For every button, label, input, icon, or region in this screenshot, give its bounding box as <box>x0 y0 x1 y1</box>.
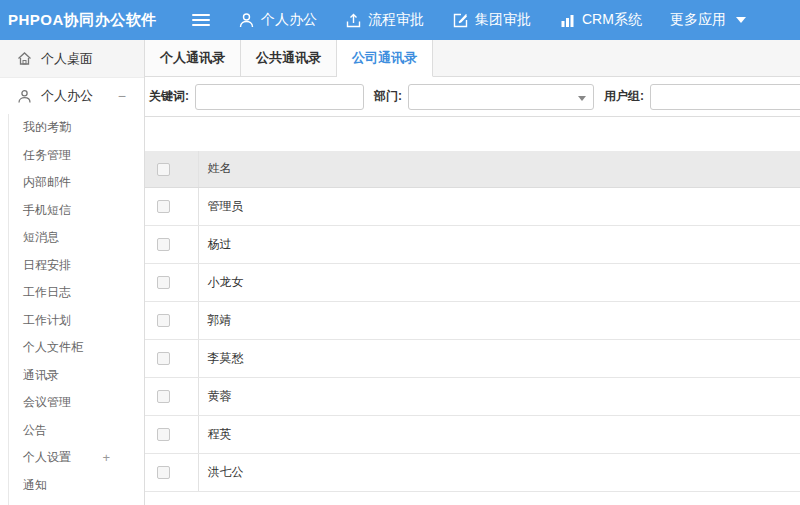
row-checkbox[interactable] <box>157 352 170 365</box>
sidebar-item-personal-settings[interactable]: 个人设置+ <box>9 444 144 472</box>
sidebar-item-memorabilia[interactable]: 大事记 <box>9 499 144 505</box>
nav-label: 个人办公 <box>261 11 317 29</box>
caret-down-icon <box>736 17 746 23</box>
sidebar-item-label: 工作日志 <box>23 285 71 299</box>
nav-item-crm[interactable]: CRM系统 <box>559 11 642 29</box>
nav-label: 集团审批 <box>475 11 531 29</box>
nav-item-workflow-approval[interactable]: 流程审批 <box>345 11 424 29</box>
sidebar-item-work-plan[interactable]: 工作计划 <box>9 307 144 335</box>
checkbox-cell <box>145 377 198 415</box>
user-icon <box>17 89 32 104</box>
row-checkbox[interactable] <box>157 428 170 441</box>
name-cell: 程英 <box>198 415 800 453</box>
sidebar-item-label: 公告 <box>23 423 47 437</box>
nav-item-more-apps[interactable]: 更多应用 <box>670 11 746 29</box>
name-cell: 李莫愁 <box>198 339 800 377</box>
sidebar-item-file-cabinet[interactable]: 个人文件柜 <box>9 334 144 362</box>
sidebar-item-label: 短消息 <box>23 230 59 244</box>
checkbox-cell <box>145 415 198 453</box>
sidebar-item-label: 会议管理 <box>23 395 71 409</box>
sidebar-item-internal-mail[interactable]: 内部邮件 <box>9 169 144 197</box>
app-title: PHPOA协同办公软件 <box>0 11 192 30</box>
sidebar-item-label: 内部邮件 <box>23 175 71 189</box>
usergroup-label: 用户组: <box>604 88 644 105</box>
spacer <box>145 117 800 151</box>
collapse-icon[interactable]: − <box>118 88 126 104</box>
row-checkbox[interactable] <box>157 276 170 289</box>
table-row: 李莫愁 <box>145 339 800 377</box>
home-icon <box>17 51 32 66</box>
expand-icon[interactable]: + <box>102 444 110 472</box>
name-cell: 杨过 <box>198 225 800 263</box>
caret-down-icon <box>578 96 586 101</box>
checkbox-cell <box>145 453 198 491</box>
row-checkbox[interactable] <box>157 390 170 403</box>
table-header-row: 姓名 <box>145 151 800 187</box>
nav-item-personal-office[interactable]: 个人办公 <box>238 11 317 29</box>
checkbox-cell <box>145 263 198 301</box>
table-row: 管理员 <box>145 187 800 225</box>
table-row: 杨过 <box>145 225 800 263</box>
table-row: 程英 <box>145 415 800 453</box>
table-row: 黄蓉 <box>145 377 800 415</box>
sidebar-item-label: 个人设置 <box>23 450 71 464</box>
checkbox-cell <box>145 225 198 263</box>
sidebar-item-announcements[interactable]: 公告 <box>9 417 144 445</box>
select-all-cell <box>145 151 198 187</box>
filter-panel: 关键词: 部门: 用户组: <box>145 77 800 117</box>
sidebar-group-personal-office[interactable]: 个人办公 − <box>0 82 144 110</box>
hamburger-menu-icon[interactable] <box>192 11 210 29</box>
name-cell: 小龙女 <box>198 263 800 301</box>
usergroup-input[interactable] <box>650 84 800 110</box>
row-checkbox[interactable] <box>157 466 170 479</box>
nav-label: 更多应用 <box>670 11 726 29</box>
sidebar-item-label: 日程安排 <box>23 258 71 272</box>
column-header-name: 姓名 <box>198 151 800 187</box>
checkbox-cell <box>145 339 198 377</box>
name-cell: 洪七公 <box>198 453 800 491</box>
tab-company-contacts[interactable]: 公司通讯录 <box>337 40 433 77</box>
department-select[interactable] <box>408 84 594 110</box>
name-cell: 管理员 <box>198 187 800 225</box>
user-icon <box>238 12 255 29</box>
sidebar-item-contacts[interactable]: 通讯录 <box>9 362 144 390</box>
sidebar-item-label: 工作计划 <box>23 313 71 327</box>
sidebar-item-tasks[interactable]: 任务管理 <box>9 142 144 170</box>
sidebar-item-short-message[interactable]: 短消息 <box>9 224 144 252</box>
sidebar-item-personal-desktop[interactable]: 个人桌面 <box>0 40 144 78</box>
sidebar-item-meetings[interactable]: 会议管理 <box>9 389 144 417</box>
name-cell: 黄蓉 <box>198 377 800 415</box>
bar-chart-icon <box>559 12 576 29</box>
row-checkbox[interactable] <box>157 238 170 251</box>
department-label: 部门: <box>374 88 402 105</box>
sidebar-item-label: 个人桌面 <box>41 50 93 68</box>
sidebar-item-attendance[interactable]: 我的考勤 <box>9 114 144 142</box>
sidebar-group-label: 个人办公 <box>41 87 93 105</box>
sidebar-item-notifications[interactable]: 通知 <box>9 472 144 500</box>
sidebar-item-sms[interactable]: 手机短信 <box>9 197 144 225</box>
sidebar-submenu: 我的考勤 任务管理 内部邮件 手机短信 短消息 日程安排 工作日志 工作计划 个… <box>8 114 144 505</box>
main-content: 个人通讯录 公共通讯录 公司通讯录 关键词: 部门: 用户组: 姓名 <box>145 40 800 505</box>
nav-item-group-approval[interactable]: 集团审批 <box>452 11 531 29</box>
sidebar: 个人桌面 个人办公 − 我的考勤 任务管理 内部邮件 手机短信 短消息 日程安排… <box>0 40 145 505</box>
tab-personal-contacts[interactable]: 个人通讯录 <box>145 40 241 76</box>
row-checkbox[interactable] <box>157 200 170 213</box>
select-all-checkbox[interactable] <box>157 163 170 176</box>
edit-icon <box>452 12 469 29</box>
tab-public-contacts[interactable]: 公共通讯录 <box>241 40 337 76</box>
tab-bar: 个人通讯录 公共通讯录 公司通讯录 <box>145 40 800 77</box>
sidebar-item-label: 任务管理 <box>23 148 71 162</box>
keyword-label: 关键词: <box>149 88 189 105</box>
checkbox-cell <box>145 301 198 339</box>
checkbox-cell <box>145 187 198 225</box>
sidebar-item-label: 个人文件柜 <box>23 340 83 354</box>
table-row: 洪七公 <box>145 453 800 491</box>
sidebar-item-schedule[interactable]: 日程安排 <box>9 252 144 280</box>
keyword-input[interactable] <box>195 84 364 110</box>
contacts-table: 姓名 管理员 杨过 小龙女 郭靖 <box>145 151 800 492</box>
sidebar-item-label: 手机短信 <box>23 203 71 217</box>
top-nav: 个人办公 流程审批 集团审批 CRM系统 更多应用 <box>238 11 774 29</box>
row-checkbox[interactable] <box>157 314 170 327</box>
table-row: 小龙女 <box>145 263 800 301</box>
sidebar-item-work-log[interactable]: 工作日志 <box>9 279 144 307</box>
